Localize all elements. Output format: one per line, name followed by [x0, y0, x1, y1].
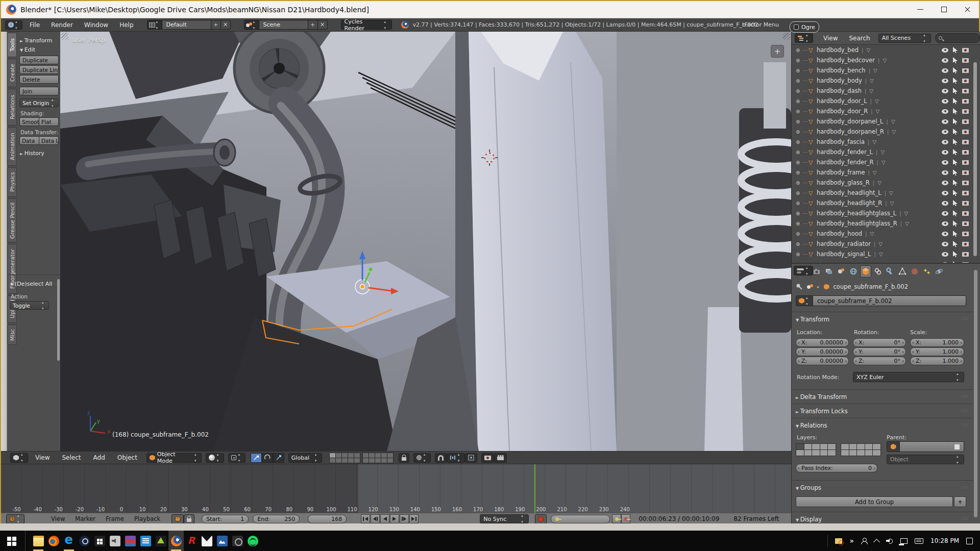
pin-icon[interactable] [796, 283, 803, 290]
expand-icon[interactable]: ⊕ [796, 139, 803, 145]
renderability-camera-icon[interactable] [962, 79, 969, 83]
visibility-eye-icon[interactable] [942, 221, 948, 226]
visibility-eye-icon[interactable] [942, 211, 948, 216]
visibility-eye-icon[interactable] [942, 242, 948, 246]
taskbar-app-button[interactable] [214, 531, 230, 551]
timeline-menu-item[interactable]: Frame [106, 515, 124, 522]
visibility-eye-icon[interactable] [942, 160, 948, 165]
clock[interactable]: 10:28 PM [930, 537, 959, 544]
end-frame-field[interactable]: End:250 [253, 515, 300, 523]
auto-keyframe-button[interactable] [535, 514, 547, 524]
lock-frame-button[interactable] [184, 514, 194, 524]
outliner-row[interactable]: ⊕ ▽ hardbody_bench | ▽ [792, 65, 980, 76]
renderability-camera-icon[interactable] [962, 48, 969, 53]
expand-icon[interactable]: ⊕ [796, 98, 803, 104]
renderability-camera-icon[interactable] [962, 89, 969, 93]
object-name[interactable]: hardbody_fascia [817, 138, 865, 145]
outliner-row[interactable]: ⊕ ▽ hardbody_doorpanel_R | ▽ [792, 127, 980, 137]
taskbar-app-button[interactable] [184, 531, 199, 551]
transform-panel-header[interactable]: Transform∷∷ [796, 316, 973, 323]
outliner-row[interactable]: ⊕ ▽ hardbody_doorpanel_L | ▽ [792, 116, 980, 127]
expand-icon[interactable]: ⊕ [796, 201, 803, 206]
manipulator-rotate-button[interactable] [262, 453, 273, 463]
object-name[interactable]: hardbody_dash [817, 87, 862, 94]
expand-icon[interactable]: ⊕ [796, 58, 803, 63]
timeline-menu-item[interactable]: Marker [75, 515, 95, 522]
edit-tool-button[interactable]: Duplicate Linked [19, 65, 59, 74]
rotation-field[interactable]: Z:0° [853, 357, 906, 365]
scene-name-field[interactable]: Scene [259, 20, 308, 30]
object-name[interactable]: hardbody_bench [817, 67, 866, 74]
selectability-cursor-icon[interactable] [953, 169, 958, 176]
selectability-cursor-icon[interactable] [953, 139, 958, 145]
taskbar-app-button[interactable] [138, 531, 153, 551]
tab-object[interactable] [860, 265, 871, 278]
menu-item[interactable]: Window [84, 21, 108, 29]
outliner-row[interactable]: ⊕ ▽ hardbody_door_R | ▽ [792, 106, 980, 116]
menu-item[interactable]: Help [119, 21, 133, 29]
groups-panel-header[interactable]: Groups∷∷ [796, 484, 973, 491]
next-keyframe-button[interactable] [400, 514, 409, 523]
renderability-camera-icon[interactable] [962, 99, 969, 104]
object-name[interactable]: hardbody_door_R [817, 108, 868, 115]
outliner-row[interactable]: ⊕ ▽ hardbody_body | ▽ [792, 76, 980, 86]
renderability-camera-icon[interactable] [962, 130, 969, 134]
opengl-render-button[interactable] [481, 453, 494, 463]
outliner-row[interactable]: ⊕ ▽ hardbody_glass_R | ▽ [792, 178, 980, 188]
selectability-cursor-icon[interactable] [953, 78, 958, 84]
visibility-eye-icon[interactable] [942, 68, 948, 73]
object-name[interactable]: hardbody_door_L [817, 97, 867, 105]
selectability-cursor-icon[interactable] [953, 129, 958, 135]
timeline-menu-item[interactable]: View [51, 515, 65, 522]
add-scene-button[interactable]: + [308, 20, 318, 30]
expand-icon[interactable]: ⊕ [796, 129, 803, 135]
visibility-eye-icon[interactable] [942, 79, 948, 83]
renderability-camera-icon[interactable] [962, 232, 969, 236]
selectability-cursor-icon[interactable] [953, 108, 958, 114]
object-name[interactable]: hardbody_frame [817, 169, 865, 176]
renderability-camera-icon[interactable] [962, 181, 969, 185]
data-transfer-layout-button[interactable]: Data Layo [39, 136, 59, 145]
outliner-search-box[interactable] [935, 33, 980, 43]
eyedropper-icon[interactable] [954, 444, 960, 449]
visibility-eye-icon[interactable] [942, 99, 948, 104]
taskbar-app-button[interactable] [122, 531, 138, 551]
join-button[interactable]: Join [19, 87, 59, 95]
action-dropdown[interactable]: Toggle [10, 301, 49, 310]
data-transfer-data-button[interactable]: Data [19, 136, 39, 145]
snap-peel-button[interactable] [465, 453, 477, 463]
properties-scrollbar[interactable] [974, 270, 977, 517]
tab-scene[interactable] [836, 265, 847, 278]
ogre-checkbox[interactable] [794, 24, 799, 30]
outliner-row[interactable]: ⊕ ▽ hardbody_fender_R | ▽ [792, 157, 980, 167]
renderability-camera-icon[interactable] [962, 252, 969, 257]
expand-icon[interactable]: ⊕ [796, 190, 803, 196]
timeline-playhead[interactable] [534, 464, 535, 513]
object-name[interactable]: hardbody_bedcover [817, 57, 875, 64]
outliner-row[interactable]: ⊕ ▽ hardbody_signal_L | ▽ [792, 249, 980, 259]
visibility-eye-icon[interactable] [942, 201, 948, 206]
parent-object-field[interactable] [887, 441, 964, 452]
volume-icon[interactable] [886, 538, 893, 544]
insert-keyframe-button[interactable] [612, 514, 621, 523]
taskbar-app-button[interactable] [61, 531, 77, 551]
expand-icon[interactable]: ⊕ [796, 231, 803, 237]
titlebar[interactable]: Blender* [C:\Users\Mike\Desktop\Google D… [1, 1, 979, 18]
object-name-input[interactable]: coupe_subframe_F_b.002 [813, 295, 966, 306]
taskbar-app-button[interactable] [77, 531, 92, 551]
visibility-eye-icon[interactable] [942, 150, 948, 155]
viewport-editor-selector[interactable] [10, 453, 28, 463]
renderability-camera-icon[interactable] [962, 221, 969, 226]
outliner-search-menu[interactable]: Search [849, 35, 870, 42]
taskbar-app-button[interactable] [245, 531, 260, 551]
tray-folder-icon[interactable] [835, 538, 842, 544]
tab-render[interactable] [811, 265, 822, 278]
viewport-menu-item[interactable]: Select [62, 454, 81, 461]
tool-shelf-scrollbar[interactable] [57, 279, 60, 361]
tool-shelf-tab[interactable]: Tools [7, 33, 17, 57]
object-name-field[interactable]: coupe_subframe_F_b.002 [796, 295, 966, 306]
edit-tool-button[interactable]: Duplicate [19, 56, 59, 64]
object-name[interactable]: hardbody_headlight_L [817, 189, 881, 196]
renderability-camera-icon[interactable] [962, 119, 969, 124]
viewport-menu-item[interactable]: View [35, 454, 50, 461]
